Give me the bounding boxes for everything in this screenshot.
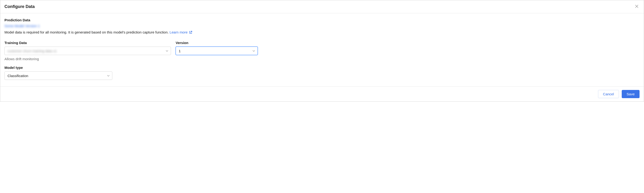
- training-data-label: Training Data: [4, 41, 171, 45]
- model-type-section: Model type Classification: [4, 66, 640, 80]
- configure-data-dialog: Configure Data Prediction Data Some Mode…: [0, 0, 644, 102]
- version-value: 1: [179, 49, 180, 53]
- dialog-footer: Cancel Save: [0, 86, 644, 101]
- dialog-header: Configure Data: [0, 0, 644, 13]
- prediction-description-text: Model data is required for all monitorin…: [4, 30, 170, 34]
- version-label: Version: [176, 41, 258, 45]
- training-data-helper: Allows drift monitoring: [4, 57, 171, 61]
- model-type-value: Classification: [8, 74, 28, 78]
- training-data-field: Training Data customer churn training da…: [4, 41, 171, 61]
- close-icon: [635, 4, 638, 9]
- training-data-value: customer churn training data v1: [8, 49, 57, 53]
- version-field: Version 1: [176, 41, 258, 61]
- dialog-title: Configure Data: [4, 4, 35, 9]
- external-link-icon: [189, 31, 192, 34]
- prediction-data-heading: Prediction Data: [4, 18, 640, 22]
- training-data-select[interactable]: customer churn training data v1: [4, 47, 171, 55]
- save-button[interactable]: Save: [622, 90, 640, 98]
- model-type-label: Model type: [4, 66, 112, 70]
- learn-more-label: Learn more: [170, 30, 188, 34]
- model-type-field: Model type Classification: [4, 66, 112, 80]
- training-version-row: Training Data customer churn training da…: [4, 41, 640, 61]
- prediction-model-link[interactable]: Some Model Version 1: [4, 24, 40, 28]
- prediction-description: Model data is required for all monitorin…: [4, 30, 640, 34]
- version-select[interactable]: 1: [176, 47, 258, 55]
- cancel-button[interactable]: Cancel: [598, 90, 619, 98]
- dialog-body: Prediction Data Some Model Version 1 Mod…: [0, 13, 644, 86]
- close-button[interactable]: [634, 3, 640, 10]
- model-type-select[interactable]: Classification: [4, 71, 112, 80]
- learn-more-link[interactable]: Learn more: [170, 30, 192, 34]
